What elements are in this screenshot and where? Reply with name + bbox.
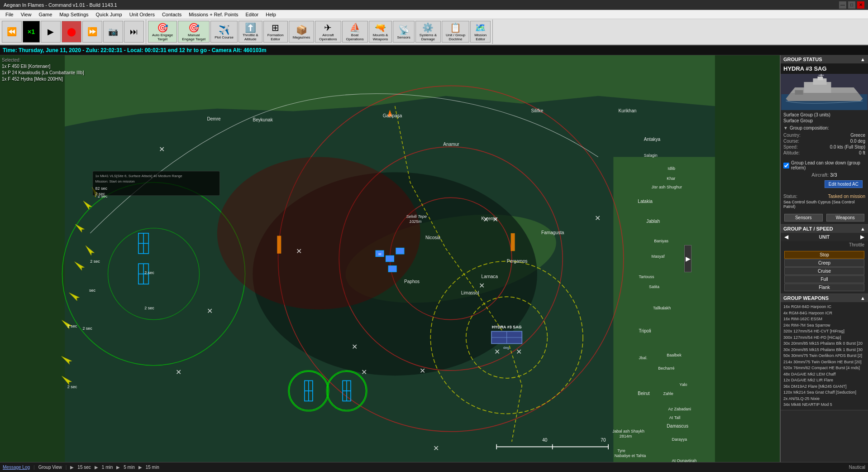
- svg-text:1x Mk41 VLS[Site 6, Surface At: 1x Mk41 VLS[Site 6, Surface Attack] 40 M…: [95, 174, 182, 178]
- unit-nav-right-btn[interactable]: ▶: [858, 234, 866, 240]
- toolbar: ⏪ ×1 ▶ ⬤ ⏩ 📷 ⏭ 🎯 Auto Engage Target 🎯 Ma…: [0, 19, 868, 45]
- menu-item-quick-jump[interactable]: Quick Jump: [92, 11, 126, 18]
- stop-record-btn[interactable]: ⬤: [62, 21, 81, 43]
- ship-image: [781, 74, 868, 110]
- fast-forward-btn[interactable]: ⏩: [82, 21, 102, 43]
- group-weapons-label: GROUP WEAPONS: [783, 295, 829, 301]
- menu-item-editor[interactable]: Editor: [242, 11, 262, 18]
- close-btn[interactable]: ✕: [857, 1, 864, 9]
- unit-nav-row: ◀ UNIT ▶: [781, 233, 868, 241]
- svg-text:Gazipaşa: Gazipaşa: [383, 113, 402, 118]
- timebar: Time: Thursday, June 11, 2020 - Zulu: 22…: [0, 45, 868, 55]
- throttle-creep-btn[interactable]: Creep: [784, 259, 864, 267]
- map-area[interactable]: ✉ HYDRA #3 SAG deg.: [0, 55, 780, 462]
- formation-editor-btn[interactable]: ⊞ Formation Editor: [263, 21, 288, 43]
- group-lead-label: Group Lead can slow down (group reform): [791, 160, 865, 170]
- menu-item-game[interactable]: Game: [35, 11, 56, 18]
- throttle-altitude-btn[interactable]: ⬆️ Throttle & Altitude: [238, 21, 262, 43]
- throttle-full-btn[interactable]: Full: [784, 275, 864, 283]
- sensors-panel-btn[interactable]: Sensors: [784, 214, 823, 222]
- selected-unit-1: 1x F 450 Elli [Kortenaer]: [2, 63, 84, 70]
- time-15sec-btn[interactable]: 15 sec: [77, 465, 91, 470]
- throttle-stop-btn[interactable]: Stop: [784, 251, 864, 259]
- svg-text:deg.: deg.: [503, 346, 510, 350]
- play-icon-small-2: ▶: [95, 465, 98, 470]
- group-view-btn[interactable]: Group View: [38, 465, 62, 470]
- systems-damage-btn[interactable]: ⚙️ Systems & Damage: [415, 21, 441, 43]
- main-area: ✉ HYDRA #3 SAG deg.: [0, 55, 868, 462]
- unit-group-doctrine-btn[interactable]: 📋 Unit / Group Doctrine: [442, 21, 469, 43]
- svg-text:Zahle: Zahle: [663, 391, 673, 396]
- svg-text:Masyaf: Masyaf: [652, 254, 665, 259]
- weapon-item-10: 520x 76mm/62 Compact HE Burst [4 rnds]: [783, 365, 865, 371]
- status-label: Status:: [783, 194, 797, 199]
- throttle-altitude-label: Throttle & Altitude: [243, 33, 258, 41]
- svg-text:Khar: Khar: [667, 176, 675, 181]
- plot-course-label: Plot Course: [215, 35, 234, 39]
- svg-text:2 sec: 2 sec: [144, 270, 154, 275]
- svg-text:✕: ✕: [479, 282, 485, 289]
- edit-hosted-ac-btn[interactable]: Edit hosted AC: [825, 180, 863, 188]
- mounts-weapons-label: Mounts & Weapons: [373, 33, 388, 41]
- step-btn[interactable]: ⏭: [124, 21, 144, 43]
- menu-item-view[interactable]: View: [17, 11, 35, 18]
- svg-text:2 sec: 2 sec: [90, 259, 100, 264]
- weapons-panel-btn[interactable]: Weapons: [826, 214, 865, 222]
- expand-icon[interactable]: ▼: [783, 125, 788, 130]
- svg-text:Beykunak: Beykunak: [253, 117, 273, 122]
- rewind-icon: ⏪: [7, 28, 17, 36]
- message-log-btn[interactable]: Message Log: [3, 465, 30, 470]
- sensors-btn[interactable]: 📡 Sensors: [393, 21, 414, 43]
- svg-text:✕: ✕: [361, 368, 367, 376]
- mission-editor-btn[interactable]: 🗺️ Mission Editor: [470, 21, 491, 43]
- menu-item-unit-orders[interactable]: Unit Orders: [126, 11, 158, 18]
- aircraft-operations-btn[interactable]: ✈ Aircraft Operations: [315, 21, 341, 43]
- group-weapons-header[interactable]: GROUP WEAPONS ▲: [781, 294, 868, 302]
- group-status-header[interactable]: GROUP STATUS ▲: [781, 55, 868, 63]
- panel-expand-btn[interactable]: ▶: [684, 245, 692, 272]
- svg-text:70: 70: [601, 438, 606, 443]
- svg-text:✕: ✕: [207, 307, 213, 315]
- time-15min-btn[interactable]: 15 min: [146, 465, 159, 470]
- svg-text:Silifke: Silifke: [531, 108, 544, 113]
- weapon-item-4: 320x 127mm/54 HE-CVT [HiFrag]: [783, 328, 865, 335]
- boat-operations-btn[interactable]: ⛵ Boat Operations: [342, 21, 368, 43]
- svg-text:Beirut: Beirut: [638, 391, 650, 396]
- menu-item-file[interactable]: File: [2, 11, 17, 18]
- maximize-btn[interactable]: □: [848, 1, 855, 9]
- menu-item-missions-+-ref.-points[interactable]: Missions + Ref. Points: [185, 11, 242, 18]
- group-status-collapse-icon[interactable]: ▲: [860, 57, 865, 62]
- svg-text:✕: ✕: [176, 368, 181, 376]
- svg-text:Kyrenia: Kyrenia: [482, 216, 497, 221]
- group-weapons-collapse-icon: ▲: [860, 295, 865, 301]
- rewind-btn[interactable]: ⏪: [2, 21, 22, 43]
- course-row: Course: 0.0 deg: [783, 138, 865, 144]
- play-btn[interactable]: ▶: [41, 21, 61, 43]
- menu-item-contacts[interactable]: Contacts: [158, 11, 185, 18]
- group-alt-speed-header[interactable]: GROUP ALT / SPEED ▲: [781, 225, 868, 233]
- throttle-header-row: Throttle: [781, 241, 868, 249]
- country-val: Greece: [850, 133, 865, 138]
- country-row: Country: Greece: [783, 132, 865, 138]
- time-5min-btn[interactable]: 5 min: [124, 465, 134, 470]
- menu-item-map-settings[interactable]: Map Settings: [56, 11, 92, 18]
- camera-btn[interactable]: 📷: [103, 21, 123, 43]
- manual-engage-btn[interactable]: 🎯 Manual Engage Target: [178, 21, 210, 43]
- mounts-weapons-btn[interactable]: 🔫 Mounts & Weapons: [369, 21, 392, 43]
- unit-nav-left-btn[interactable]: ◀: [782, 234, 790, 240]
- throttle-flank-btn[interactable]: Flank: [784, 284, 864, 291]
- svg-text:Jbal.: Jbal.: [639, 356, 648, 360]
- menu-item-help[interactable]: Help: [262, 11, 280, 18]
- auto-engage-btn[interactable]: 🎯 Auto Engage Target: [148, 21, 177, 43]
- minimize-btn[interactable]: —: [839, 1, 846, 9]
- magazines-icon: 📦: [296, 24, 307, 35]
- plot-course-btn[interactable]: ✈️ Plot Course: [210, 21, 238, 43]
- weapon-item-5: 300x 127mm/54 HE-PD [HiCap]: [783, 335, 865, 341]
- throttle-cruise-btn[interactable]: Cruise: [784, 267, 864, 275]
- weapon-item-11: 48x DAGAIE Mk2 LEM Chaff: [783, 371, 865, 378]
- group-lead-checkbox[interactable]: [783, 163, 789, 169]
- svg-text:Tartouss: Tartouss: [639, 275, 654, 279]
- time-1min-btn[interactable]: 1 min: [102, 465, 113, 470]
- magazines-btn[interactable]: 📦 Magazines: [289, 21, 315, 43]
- speed-row: Speed: 0.0 kts (Full Stop): [783, 144, 865, 150]
